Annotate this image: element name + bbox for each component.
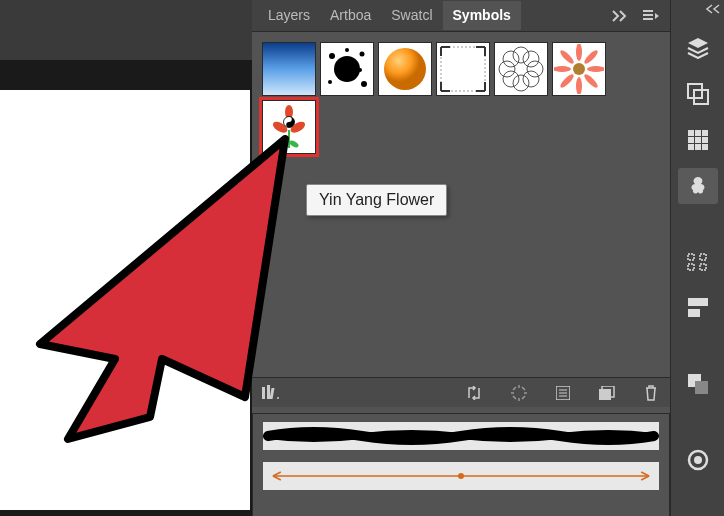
svg-point-22 — [583, 49, 600, 66]
right-dock — [670, 0, 724, 516]
svg-point-10 — [513, 75, 529, 91]
tab-swatches[interactable]: Swatcl — [381, 1, 442, 30]
svg-rect-53 — [702, 144, 708, 150]
svg-rect-55 — [688, 264, 694, 270]
svg-rect-57 — [700, 264, 706, 270]
break-link-icon[interactable] — [508, 382, 530, 404]
svg-point-32 — [278, 135, 289, 144]
brushes-panel — [252, 413, 670, 516]
svg-point-23 — [559, 73, 576, 90]
svg-rect-50 — [702, 137, 708, 143]
svg-rect-61 — [695, 381, 708, 394]
svg-point-37 — [277, 397, 279, 399]
dock-shapes-icon[interactable] — [678, 366, 718, 402]
dock-artboards-icon[interactable] — [678, 76, 718, 112]
svg-point-16 — [523, 71, 539, 87]
svg-rect-35 — [267, 385, 270, 399]
dock-align-icon[interactable] — [678, 244, 718, 280]
symbol-registration[interactable] — [436, 42, 490, 96]
symbol-options-icon[interactable] — [552, 382, 574, 404]
tab-layers[interactable]: Layers — [258, 1, 320, 30]
svg-point-9 — [513, 47, 529, 63]
svg-point-1 — [329, 53, 335, 59]
symbol-ink-splat[interactable] — [320, 42, 374, 96]
delete-symbol-icon[interactable] — [640, 382, 662, 404]
canvas-dark-strip — [0, 0, 252, 60]
dock-pathfinder-icon[interactable] — [678, 290, 718, 326]
tab-symbols[interactable]: Symbols — [443, 1, 521, 30]
svg-point-25 — [573, 63, 585, 75]
svg-point-33 — [288, 139, 299, 148]
dock-swatches-icon[interactable] — [678, 122, 718, 158]
symbol-orange-sphere[interactable] — [378, 42, 432, 96]
svg-point-24 — [583, 73, 600, 90]
svg-point-7 — [384, 48, 426, 90]
svg-point-20 — [587, 66, 604, 72]
symbol-blue-gradient[interactable] — [262, 42, 316, 96]
svg-point-12 — [527, 61, 543, 77]
tab-artboards[interactable]: Artboa — [320, 1, 381, 30]
svg-point-42 — [458, 473, 464, 479]
svg-point-63 — [694, 456, 702, 464]
symbol-library-icon[interactable] — [260, 382, 282, 404]
svg-point-13 — [503, 51, 519, 67]
artboard[interactable] — [0, 90, 250, 510]
brush-stroke-1[interactable] — [263, 422, 659, 450]
symbol-gerbera[interactable] — [552, 42, 606, 96]
svg-point-14 — [523, 51, 539, 67]
svg-point-5 — [345, 48, 349, 52]
svg-rect-58 — [688, 298, 708, 306]
svg-rect-54 — [688, 254, 694, 260]
new-symbol-icon[interactable] — [596, 382, 618, 404]
brush-stroke-2[interactable] — [263, 462, 659, 490]
svg-point-4 — [361, 81, 367, 87]
symbol-ring-braid[interactable] — [494, 42, 548, 96]
dock-layers-icon[interactable] — [678, 30, 718, 66]
svg-rect-39 — [599, 389, 611, 400]
svg-point-3 — [328, 80, 332, 84]
place-symbol-icon[interactable] — [464, 382, 486, 404]
svg-point-6 — [358, 68, 362, 72]
svg-rect-34 — [262, 387, 265, 399]
svg-point-17 — [576, 44, 582, 61]
svg-point-18 — [576, 77, 582, 94]
svg-rect-51 — [688, 144, 694, 150]
svg-rect-8 — [441, 47, 485, 91]
dock-appearance-icon[interactable] — [678, 442, 718, 478]
expand-icon[interactable] — [610, 5, 632, 27]
svg-rect-46 — [695, 130, 701, 136]
svg-rect-49 — [695, 137, 701, 143]
svg-rect-48 — [688, 137, 694, 143]
dock-symbols-icon[interactable] — [678, 168, 718, 204]
svg-point-11 — [499, 61, 515, 77]
svg-point-2 — [360, 52, 365, 57]
tooltip: Yin Yang Flower — [306, 184, 447, 216]
svg-point-15 — [503, 71, 519, 87]
svg-point-0 — [334, 56, 360, 82]
svg-rect-59 — [688, 309, 700, 317]
svg-rect-47 — [702, 130, 708, 136]
canvas-area — [0, 0, 252, 516]
panel-menu-icon[interactable] — [640, 5, 662, 27]
svg-rect-45 — [688, 130, 694, 136]
dock-collapse-icon[interactable] — [706, 4, 722, 14]
panel-tabs: Layers Artboa Swatcl Symbols — [252, 0, 670, 32]
panel-footer — [252, 377, 670, 407]
svg-point-19 — [554, 66, 571, 72]
symbol-yin-yang-flower[interactable] — [262, 100, 316, 154]
svg-point-21 — [559, 49, 576, 66]
svg-rect-36 — [270, 388, 275, 399]
symbols-panel-group: Layers Artboa Swatcl Symbols — [252, 0, 670, 516]
svg-rect-56 — [700, 254, 706, 260]
svg-rect-52 — [695, 144, 701, 150]
